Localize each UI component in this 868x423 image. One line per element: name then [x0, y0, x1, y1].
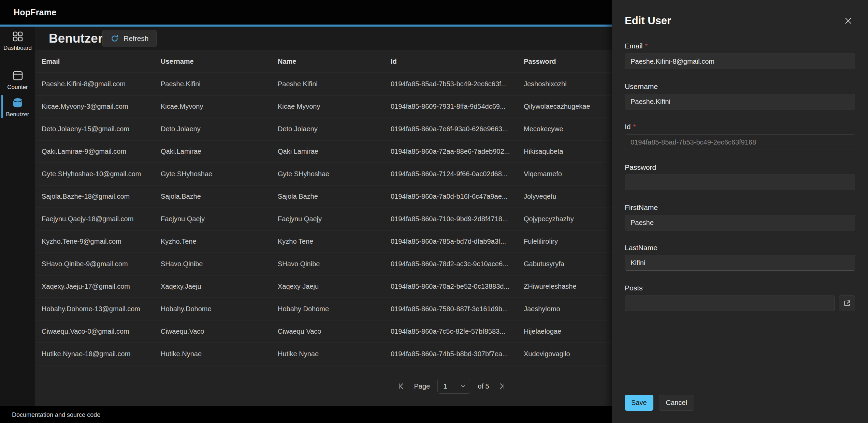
cell-username: Paeshe.Kifini — [161, 80, 278, 88]
sidebar-item-dashboard[interactable]: Dashboard — [0, 31, 35, 51]
required-asterisk: * — [633, 123, 636, 131]
last-page-button[interactable] — [497, 381, 507, 391]
field-input[interactable] — [625, 54, 855, 69]
cell-email: Ciwaequ.Vaco-0@gmail.com — [42, 328, 161, 335]
refresh-label: Refresh — [124, 34, 149, 43]
cell-id: 0194fa85-860a-72aa-88e6-7adeb902... — [391, 148, 524, 155]
page-select[interactable]: 1 — [437, 379, 470, 394]
field-label: LastName — [625, 243, 855, 252]
cell-username: Kyzho.Tene — [161, 238, 278, 245]
cell-name: Paeshe Kifini — [278, 80, 391, 88]
cell-username: Deto.Jolaeny — [161, 125, 278, 133]
cell-name: Kyzho Tene — [278, 238, 391, 245]
field-input[interactable] — [625, 175, 855, 190]
cell-username: Ciwaequ.Vaco — [161, 328, 278, 335]
documentation-link[interactable]: Documentation and source code — [12, 411, 100, 418]
form-field: Password — [625, 163, 855, 190]
column-header-id: Id — [391, 58, 524, 65]
cell-name: Hobahy Dohome — [278, 305, 391, 313]
form-field: Username — [625, 82, 855, 109]
cell-email: Gyte.SHyhoshae-10@gmail.com — [42, 170, 161, 178]
field-input[interactable] — [625, 94, 855, 109]
field-label: Posts — [625, 284, 855, 292]
form-field: FirstName — [625, 203, 855, 230]
sidebar-item-label: Dashboard — [3, 45, 32, 51]
cell-id: 0194fa85-860a-7124-9f66-0ac02d68... — [391, 170, 524, 178]
cell-username: Sajola.Bazhe — [161, 193, 278, 200]
field-input[interactable] — [625, 296, 835, 311]
cell-id: 0194fa85-860a-7a0d-b16f-6c47a9ae... — [391, 193, 524, 200]
drawer-actions: Save Cancel — [625, 395, 694, 411]
cell-name: Faejynu Qaejy — [278, 215, 391, 223]
cell-email: SHavo.Qinibe-9@gmail.com — [42, 260, 161, 268]
form-field: Id* — [625, 122, 855, 150]
refresh-button[interactable]: Refresh — [102, 30, 157, 47]
cell-username: Gyte.SHyhoshae — [161, 170, 278, 178]
chevron-down-icon — [460, 383, 466, 389]
cell-email: Kyzho.Tene-9@gmail.com — [42, 238, 161, 245]
field-input[interactable] — [625, 215, 855, 230]
cell-name: Qaki Lamirae — [278, 148, 391, 155]
of-label: of — [478, 382, 483, 390]
column-header-username: Username — [161, 58, 278, 65]
cell-id: 0194fa85-85ad-7b53-bc49-2ec6c63f... — [391, 80, 524, 88]
cell-email: Hobahy.Dohome-13@gmail.com — [42, 305, 161, 313]
cell-email: Faejynu.Qaejy-18@gmail.com — [42, 215, 161, 223]
cell-name: Xaqexy Jaeju — [278, 283, 391, 290]
column-header-name: Name — [278, 58, 391, 65]
cancel-button[interactable]: Cancel — [659, 395, 694, 411]
last-page-icon — [498, 382, 506, 390]
cell-username: Hobahy.Dohome — [161, 305, 278, 313]
cell-id: 0194fa85-860a-710e-9bd9-2d8f4718... — [391, 215, 524, 223]
form-field: Email* — [625, 42, 855, 69]
save-button[interactable]: Save — [625, 395, 653, 411]
cell-id: 0194fa85-860a-7e6f-93a0-626e9663... — [391, 125, 524, 133]
form-field: Posts — [625, 284, 855, 311]
cell-name: Kicae Myvony — [278, 103, 391, 110]
form-field: LastName — [625, 243, 855, 271]
first-page-icon — [397, 382, 405, 390]
cell-name: Sajola Bazhe — [278, 193, 391, 200]
cell-id: 0194fa85-860a-74b5-b8bd-307bf7ea... — [391, 350, 524, 358]
field-label: Email* — [625, 42, 855, 50]
field-label: Id* — [625, 122, 855, 131]
cell-username: Kicae.Myvony — [161, 103, 278, 110]
cell-id: 0194fa85-8609-7931-8ffa-9d54dc69... — [391, 103, 524, 110]
cell-name: SHavo Qinibe — [278, 260, 391, 268]
cell-id: 0194fa85-860a-78d2-ac3c-9c10ace6... — [391, 260, 524, 268]
cell-name: Hutike Nynae — [278, 350, 391, 358]
sidebar-item-label: Counter — [7, 84, 28, 91]
cell-email: Hutike.Nynae-18@gmail.com — [42, 350, 161, 358]
cell-id: 0194fa85-860a-7580-887f-3e161d9b... — [391, 305, 524, 313]
cell-username: SHavo.Qinibe — [161, 260, 278, 268]
cell-username: Xaqexy.Jaeju — [161, 283, 278, 290]
app-title: HopFrame — [14, 7, 56, 17]
cell-name: Gyte SHyhoshae — [278, 170, 391, 178]
cell-id: 0194fa85-860a-7c5c-82fe-57bf8583... — [391, 328, 524, 335]
cell-email: Kicae.Myvony-3@gmail.com — [42, 103, 161, 110]
drawer-fields: Email* Username Id* Password — [625, 42, 855, 311]
grid-icon — [12, 31, 24, 42]
column-header-email: Email — [42, 58, 161, 65]
required-asterisk: * — [645, 42, 648, 50]
window-icon — [12, 70, 24, 81]
field-label: Password — [625, 163, 855, 171]
cell-username: Faejynu.Qaejy — [161, 215, 278, 223]
total-pages: 5 — [485, 382, 489, 390]
drawer-header: Edit User — [625, 14, 855, 28]
cell-id: 0194fa85-860a-70a2-be52-0c13883d... — [391, 283, 524, 290]
field-input — [625, 134, 855, 150]
field-input[interactable] — [625, 255, 855, 271]
database-icon — [12, 97, 24, 109]
open-posts-button[interactable] — [839, 295, 855, 311]
first-page-button[interactable] — [396, 381, 406, 391]
field-label: Username — [625, 82, 855, 91]
close-button[interactable] — [841, 14, 855, 28]
sidebar-item-counter[interactable]: Counter — [0, 70, 35, 91]
cell-email: Qaki.Lamirae-9@gmail.com — [42, 148, 161, 155]
close-icon — [844, 16, 853, 25]
cell-username: Qaki.Lamirae — [161, 148, 278, 155]
sidebar-item-benutzer[interactable]: Benutzer — [0, 97, 35, 118]
cell-id: 0194fa85-860a-785a-bd7d-dfab9a3f... — [391, 238, 524, 245]
cell-email: Paeshe.Kifini-8@gmail.com — [42, 80, 161, 88]
